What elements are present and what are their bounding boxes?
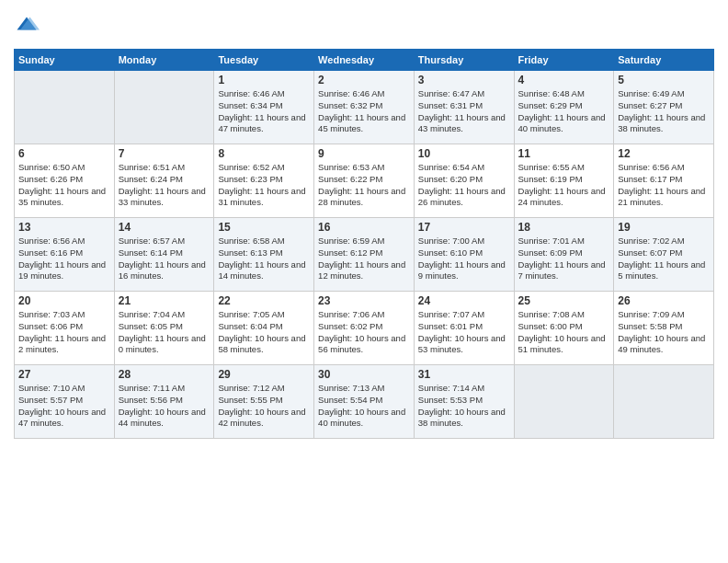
calendar-cell: 17Sunrise: 7:00 AM Sunset: 6:10 PM Dayli… <box>414 218 514 292</box>
calendar: SundayMondayTuesdayWednesdayThursdayFrid… <box>14 49 714 439</box>
day-info: Sunrise: 7:03 AM Sunset: 6:06 PM Dayligh… <box>18 309 110 356</box>
day-info: Sunrise: 6:59 AM Sunset: 6:12 PM Dayligh… <box>318 236 410 282</box>
calendar-cell: 20Sunrise: 7:03 AM Sunset: 6:06 PM Dayli… <box>15 292 115 365</box>
week-row-3: 13Sunrise: 6:56 AM Sunset: 6:16 PM Dayli… <box>15 218 714 292</box>
day-number: 29 <box>218 368 310 381</box>
day-info: Sunrise: 6:50 AM Sunset: 6:26 PM Dayligh… <box>18 162 110 209</box>
day-number: 17 <box>418 221 510 234</box>
calendar-cell: 22Sunrise: 7:05 AM Sunset: 6:04 PM Dayli… <box>214 292 314 365</box>
day-info: Sunrise: 6:51 AM Sunset: 6:24 PM Dayligh… <box>119 162 210 209</box>
day-number: 25 <box>518 294 610 307</box>
calendar-cell: 24Sunrise: 7:07 AM Sunset: 6:01 PM Dayli… <box>414 292 514 365</box>
day-info: Sunrise: 7:00 AM Sunset: 6:10 PM Dayligh… <box>418 236 510 282</box>
day-number: 16 <box>318 221 410 234</box>
weekday-header-row: SundayMondayTuesdayWednesdayThursdayFrid… <box>15 50 714 71</box>
day-number: 21 <box>119 294 210 307</box>
calendar-cell <box>114 71 214 144</box>
day-number: 15 <box>218 221 310 234</box>
day-info: Sunrise: 6:53 AM Sunset: 6:22 PM Dayligh… <box>318 162 410 209</box>
calendar-cell: 7Sunrise: 6:51 AM Sunset: 6:24 PM Daylig… <box>114 144 214 218</box>
day-info: Sunrise: 7:09 AM Sunset: 5:58 PM Dayligh… <box>618 309 710 356</box>
day-info: Sunrise: 6:49 AM Sunset: 6:27 PM Dayligh… <box>618 88 710 135</box>
day-info: Sunrise: 6:46 AM Sunset: 6:32 PM Dayligh… <box>318 88 410 135</box>
day-number: 9 <box>318 147 410 160</box>
calendar-cell: 23Sunrise: 7:06 AM Sunset: 6:02 PM Dayli… <box>314 292 415 365</box>
calendar-cell: 28Sunrise: 7:11 AM Sunset: 5:56 PM Dayli… <box>114 365 214 439</box>
calendar-cell: 27Sunrise: 7:10 AM Sunset: 5:57 PM Dayli… <box>15 365 115 439</box>
calendar-cell: 21Sunrise: 7:04 AM Sunset: 6:05 PM Dayli… <box>114 292 214 365</box>
calendar-cell: 4Sunrise: 6:48 AM Sunset: 6:29 PM Daylig… <box>514 71 614 144</box>
day-number: 8 <box>218 147 310 160</box>
week-row-4: 20Sunrise: 7:03 AM Sunset: 6:06 PM Dayli… <box>15 292 714 365</box>
calendar-cell: 8Sunrise: 6:52 AM Sunset: 6:23 PM Daylig… <box>214 144 314 218</box>
day-number: 27 <box>18 368 110 381</box>
day-info: Sunrise: 6:46 AM Sunset: 6:34 PM Dayligh… <box>218 88 310 135</box>
day-number: 22 <box>218 294 310 307</box>
calendar-cell: 16Sunrise: 6:59 AM Sunset: 6:12 PM Dayli… <box>314 218 415 292</box>
day-number: 19 <box>618 221 710 234</box>
day-number: 18 <box>518 221 610 234</box>
day-number: 12 <box>618 147 710 160</box>
weekday-header-saturday: Saturday <box>614 50 714 71</box>
calendar-cell: 31Sunrise: 7:14 AM Sunset: 5:53 PM Dayli… <box>414 365 514 439</box>
calendar-cell: 18Sunrise: 7:01 AM Sunset: 6:09 PM Dayli… <box>514 218 614 292</box>
calendar-cell: 25Sunrise: 7:08 AM Sunset: 6:00 PM Dayli… <box>514 292 614 365</box>
calendar-cell: 9Sunrise: 6:53 AM Sunset: 6:22 PM Daylig… <box>314 144 415 218</box>
day-info: Sunrise: 6:55 AM Sunset: 6:19 PM Dayligh… <box>518 162 610 209</box>
day-info: Sunrise: 7:04 AM Sunset: 6:05 PM Dayligh… <box>119 309 210 356</box>
page-header <box>14 14 714 40</box>
day-number: 1 <box>218 74 310 86</box>
calendar-cell: 6Sunrise: 6:50 AM Sunset: 6:26 PM Daylig… <box>15 144 115 218</box>
day-number: 5 <box>618 74 710 86</box>
day-info: Sunrise: 6:54 AM Sunset: 6:20 PM Dayligh… <box>418 162 510 209</box>
day-number: 23 <box>318 294 410 307</box>
calendar-cell: 14Sunrise: 6:57 AM Sunset: 6:14 PM Dayli… <box>114 218 214 292</box>
day-number: 2 <box>318 74 410 86</box>
day-info: Sunrise: 7:05 AM Sunset: 6:04 PM Dayligh… <box>218 309 310 356</box>
weekday-header-thursday: Thursday <box>414 50 514 71</box>
logo-icon <box>14 14 40 40</box>
day-info: Sunrise: 6:47 AM Sunset: 6:31 PM Dayligh… <box>418 88 510 135</box>
week-row-1: 1Sunrise: 6:46 AM Sunset: 6:34 PM Daylig… <box>15 71 714 144</box>
day-number: 7 <box>119 147 210 160</box>
calendar-cell: 19Sunrise: 7:02 AM Sunset: 6:07 PM Dayli… <box>614 218 714 292</box>
calendar-cell: 13Sunrise: 6:56 AM Sunset: 6:16 PM Dayli… <box>15 218 115 292</box>
weekday-header-sunday: Sunday <box>15 50 115 71</box>
day-number: 20 <box>18 294 110 307</box>
day-info: Sunrise: 6:48 AM Sunset: 6:29 PM Dayligh… <box>518 88 610 135</box>
day-info: Sunrise: 6:56 AM Sunset: 6:16 PM Dayligh… <box>18 236 110 282</box>
day-info: Sunrise: 6:57 AM Sunset: 6:14 PM Dayligh… <box>119 236 210 282</box>
day-number: 6 <box>18 147 110 160</box>
day-number: 13 <box>18 221 110 234</box>
calendar-cell: 11Sunrise: 6:55 AM Sunset: 6:19 PM Dayli… <box>514 144 614 218</box>
calendar-cell <box>614 365 714 439</box>
day-info: Sunrise: 7:10 AM Sunset: 5:57 PM Dayligh… <box>18 383 110 430</box>
day-info: Sunrise: 7:11 AM Sunset: 5:56 PM Dayligh… <box>119 383 210 430</box>
weekday-header-tuesday: Tuesday <box>214 50 314 71</box>
calendar-cell <box>514 365 614 439</box>
day-info: Sunrise: 7:02 AM Sunset: 6:07 PM Dayligh… <box>618 236 710 282</box>
day-info: Sunrise: 6:52 AM Sunset: 6:23 PM Dayligh… <box>218 162 310 209</box>
week-row-5: 27Sunrise: 7:10 AM Sunset: 5:57 PM Dayli… <box>15 365 714 439</box>
week-row-2: 6Sunrise: 6:50 AM Sunset: 6:26 PM Daylig… <box>15 144 714 218</box>
day-number: 24 <box>418 294 510 307</box>
day-info: Sunrise: 7:07 AM Sunset: 6:01 PM Dayligh… <box>418 309 510 356</box>
calendar-cell <box>15 71 115 144</box>
day-info: Sunrise: 6:58 AM Sunset: 6:13 PM Dayligh… <box>218 236 310 282</box>
calendar-cell: 12Sunrise: 6:56 AM Sunset: 6:17 PM Dayli… <box>614 144 714 218</box>
day-info: Sunrise: 7:14 AM Sunset: 5:53 PM Dayligh… <box>418 383 510 430</box>
day-number: 30 <box>318 368 410 381</box>
day-info: Sunrise: 7:01 AM Sunset: 6:09 PM Dayligh… <box>518 236 610 282</box>
calendar-cell: 10Sunrise: 6:54 AM Sunset: 6:20 PM Dayli… <box>414 144 514 218</box>
day-number: 4 <box>518 74 610 86</box>
day-number: 10 <box>418 147 510 160</box>
logo <box>14 14 43 40</box>
calendar-cell: 26Sunrise: 7:09 AM Sunset: 5:58 PM Dayli… <box>614 292 714 365</box>
weekday-header-friday: Friday <box>514 50 614 71</box>
day-number: 31 <box>418 368 510 381</box>
day-info: Sunrise: 7:06 AM Sunset: 6:02 PM Dayligh… <box>318 309 410 356</box>
calendar-cell: 3Sunrise: 6:47 AM Sunset: 6:31 PM Daylig… <box>414 71 514 144</box>
weekday-header-wednesday: Wednesday <box>314 50 415 71</box>
calendar-cell: 5Sunrise: 6:49 AM Sunset: 6:27 PM Daylig… <box>614 71 714 144</box>
day-number: 3 <box>418 74 510 86</box>
